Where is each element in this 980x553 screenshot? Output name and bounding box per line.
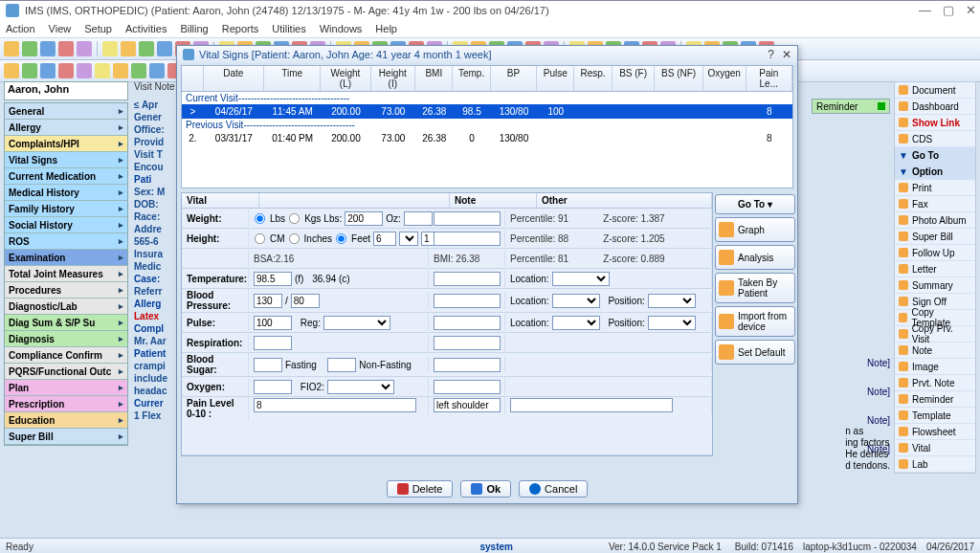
temp-input[interactable] <box>254 272 292 286</box>
rmenu-lab[interactable]: Lab <box>895 456 975 473</box>
toolbar2-icon[interactable] <box>113 63 128 78</box>
nav-plan[interactable]: Plan▸ <box>5 380 127 396</box>
toolbar2-icon[interactable] <box>4 63 19 78</box>
pain-other-input[interactable] <box>510 398 673 412</box>
rmenu-vital[interactable]: Vital <box>895 440 975 456</box>
side-graph[interactable]: Graph <box>715 217 795 242</box>
rmenu-cds[interactable]: CDS <box>895 131 975 147</box>
fio2-select[interactable] <box>327 380 394 394</box>
toolbar2-icon[interactable] <box>22 63 37 78</box>
rmenu-note[interactable]: Note <box>895 343 975 359</box>
grid-col[interactable]: BMI <box>415 66 453 91</box>
menu-reports[interactable]: Reports <box>222 23 259 34</box>
toolbar2-icon[interactable] <box>149 63 165 78</box>
bp-sys-input[interactable] <box>254 294 282 308</box>
rmenu-show-link[interactable]: Show Link <box>895 115 975 131</box>
rmenu-fax[interactable]: Fax <box>895 196 975 212</box>
delete-button[interactable]: Delete <box>387 480 454 498</box>
menu-setup[interactable]: Setup <box>84 23 112 34</box>
rmenu-go-to[interactable]: ▼Go To <box>895 147 975 164</box>
rmenu-print[interactable]: Print <box>895 180 975 196</box>
grid-col[interactable]: Time <box>264 66 321 91</box>
menu-activities[interactable]: Activities <box>125 23 167 34</box>
dialog-close-icon[interactable]: ✕ <box>782 48 791 61</box>
toolbar-icon[interactable] <box>102 41 118 56</box>
height-ft-input[interactable] <box>373 232 396 246</box>
menu-help[interactable]: Help <box>375 23 397 34</box>
weight-note-input[interactable] <box>434 211 501 226</box>
grid-col[interactable] <box>182 66 204 91</box>
menu-utilities[interactable]: Utilities <box>272 23 305 34</box>
nav-super-bill[interactable]: Super Bill▸ <box>5 429 127 445</box>
toolbar2-icon[interactable] <box>40 63 56 78</box>
pulse-note-input[interactable] <box>434 316 501 330</box>
temp-location-select[interactable] <box>552 272 610 286</box>
oxygen-input[interactable] <box>254 380 292 394</box>
nav-ros[interactable]: ROS▸ <box>5 233 127 250</box>
rmenu-prvt-note[interactable]: Prvt. Note <box>895 375 975 391</box>
rmenu-photo-album[interactable]: Photo Album <box>895 212 975 229</box>
rmenu-option[interactable]: ▼Option <box>895 164 975 180</box>
toolbar-icon[interactable] <box>22 41 37 56</box>
nav-medical-history[interactable]: Medical History▸ <box>5 185 127 201</box>
nav-diagnostic-lab[interactable]: Diagnostic/Lab▸ <box>5 299 127 315</box>
resp-input[interactable] <box>254 336 292 350</box>
nav-complaints-hpi[interactable]: Complaints/HPI▸ <box>5 136 127 152</box>
grid-col[interactable]: Temp. <box>453 66 490 91</box>
rmenu-reminder[interactable]: Reminder <box>895 391 975 408</box>
weight-lbs-radio[interactable] <box>255 212 265 223</box>
nav-diag-sum-s-p-su[interactable]: Diag Sum & S/P Su▸ <box>5 315 127 331</box>
height-ft-radio[interactable] <box>336 232 346 243</box>
nav-diagnosis[interactable]: Diagnosis▸ <box>5 331 127 347</box>
toolbar-icon[interactable] <box>139 41 154 56</box>
dialog-help-icon[interactable]: ? <box>768 48 774 61</box>
nav-social-history[interactable]: Social History▸ <box>5 217 127 233</box>
toolbar-icon[interactable] <box>157 41 172 56</box>
toolbar-icon[interactable] <box>58 41 74 56</box>
side-go-to-[interactable]: Go To ▾ <box>715 194 795 214</box>
rmenu-follow-up[interactable]: Follow Up <box>895 245 975 261</box>
height-note-input[interactable] <box>434 232 501 246</box>
nav-education[interactable]: Education▸ <box>5 412 127 429</box>
rmenu-document[interactable]: Document <box>895 82 975 99</box>
reminder-tab[interactable]: Reminder <box>812 99 890 114</box>
toolbar2-icon[interactable] <box>95 63 110 78</box>
nav-general[interactable]: General▸ <box>5 103 127 120</box>
nav-procedures[interactable]: Procedures▸ <box>5 282 127 299</box>
menu-action[interactable]: Action <box>6 23 35 34</box>
toolbar-icon[interactable] <box>40 41 56 56</box>
grid-row-previous[interactable]: 2.03/31/1701:40 PM200.0073.0026.380130/8… <box>182 131 792 145</box>
rmenu-image[interactable]: Image <box>895 359 975 375</box>
pulse-position-select[interactable] <box>648 316 696 330</box>
temp-note-input[interactable] <box>434 272 501 286</box>
bp-dia-input[interactable] <box>291 294 320 308</box>
sugar-fasting-input[interactable] <box>254 358 282 372</box>
toolbar2-icon[interactable] <box>131 63 146 78</box>
rmenu-summary[interactable]: Summary <box>895 277 975 294</box>
grid-col[interactable]: Weight (L) <box>321 66 370 91</box>
menu-billing[interactable]: Billing <box>180 23 208 34</box>
ok-button[interactable]: Ok <box>460 480 511 498</box>
cancel-button[interactable]: Cancel <box>519 480 588 498</box>
oxygen-note-input[interactable] <box>434 380 501 394</box>
nav-compliance-confirm[interactable]: Compliance Confirm▸ <box>5 347 127 364</box>
pain-note-input[interactable] <box>434 398 501 412</box>
pulse-reg-select[interactable] <box>323 316 390 330</box>
pain-input[interactable] <box>254 398 416 412</box>
weight-kgs-radio[interactable] <box>289 212 300 223</box>
sugar-nonfasting-input[interactable] <box>327 358 356 372</box>
grid-col[interactable]: Pain Le... <box>746 66 792 91</box>
rmenu-letter[interactable]: Letter <box>895 261 975 277</box>
toolbar-icon[interactable] <box>121 41 136 56</box>
sugar-note-input[interactable] <box>434 358 501 372</box>
nav-current-medication[interactable]: Current Medication▸ <box>5 168 127 185</box>
toolbar-icon[interactable] <box>4 41 19 56</box>
height-cm-radio[interactable] <box>255 232 265 243</box>
nav-prescription[interactable]: Prescription▸ <box>5 396 127 412</box>
rmenu-super-bill[interactable]: Super Bill <box>895 229 975 245</box>
patient-name-field[interactable]: Aaron, John <box>4 81 128 100</box>
side-set-default[interactable]: Set Default <box>715 340 795 365</box>
grid-col[interactable]: BS (F) <box>612 66 656 91</box>
grid-col[interactable]: Pulse <box>537 66 574 91</box>
grid-col[interactable]: BP <box>491 66 537 91</box>
